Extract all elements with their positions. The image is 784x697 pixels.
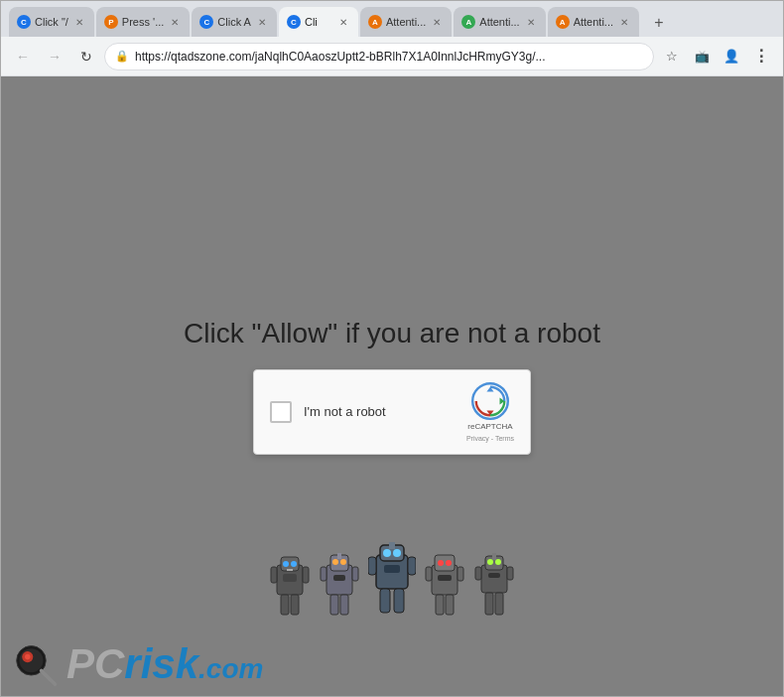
recaptcha-widget: I'm not a robot reCAPTCHA Privacy - Te xyxy=(253,369,531,454)
svg-rect-5 xyxy=(287,569,293,571)
robots-illustration xyxy=(243,537,541,617)
tab-1-close[interactable]: ✕ xyxy=(72,15,86,29)
svg-point-13 xyxy=(332,559,338,565)
tab-5-title: Attenti... xyxy=(386,16,426,28)
pcrisk-watermark: PCrisk.com xyxy=(13,640,263,688)
main-heading: Click "Allow" if you are not a robot xyxy=(184,318,600,349)
refresh-button[interactable]: ↻ xyxy=(72,43,100,70)
tab-5[interactable]: A Attenti... ✕ xyxy=(360,7,452,37)
navigation-bar: ← → ↻ 🔒 https://qtadszone.com/jaNqlhC0Aa… xyxy=(1,37,783,76)
tab-7[interactable]: A Attenti... ✕ xyxy=(548,7,639,37)
tab-2-title: Press '... xyxy=(122,16,164,28)
tab-6[interactable]: A Attenti... ✕ xyxy=(454,7,545,37)
svg-rect-19 xyxy=(340,595,348,615)
svg-point-53 xyxy=(25,654,31,660)
svg-rect-9 xyxy=(281,595,289,615)
svg-rect-48 xyxy=(495,593,503,615)
tab-6-close[interactable]: ✕ xyxy=(524,15,538,29)
svg-rect-26 xyxy=(368,557,376,575)
address-bar[interactable]: 🔒 https://qtadszone.com/jaNqlhC0AaoszUpt… xyxy=(104,43,654,70)
svg-rect-36 xyxy=(426,567,432,581)
svg-point-14 xyxy=(340,559,346,565)
tab-4-title: Cli xyxy=(305,16,332,28)
recaptcha-logo-icon xyxy=(471,382,509,420)
svg-rect-46 xyxy=(507,567,513,580)
tab-4-close[interactable]: ✕ xyxy=(336,15,350,29)
back-button[interactable]: ← xyxy=(9,43,37,70)
tab-7-title: Attenti... xyxy=(574,16,613,28)
svg-rect-30 xyxy=(389,542,395,549)
bookmark-button[interactable]: ☆ xyxy=(658,43,686,70)
svg-rect-15 xyxy=(333,575,345,581)
svg-rect-7 xyxy=(271,567,277,583)
menu-button[interactable]: ⋮ xyxy=(747,43,775,70)
svg-point-4 xyxy=(291,561,297,567)
svg-rect-44 xyxy=(488,573,500,578)
page-content: Click "Allow" if you are not a robot I'm… xyxy=(1,76,783,696)
tab-4[interactable]: C Cli ✕ xyxy=(279,7,358,37)
recaptcha-left: I'm not a robot xyxy=(270,401,386,423)
tab-3-title: Click A xyxy=(217,16,251,28)
svg-rect-16 xyxy=(321,567,327,581)
svg-rect-39 xyxy=(446,595,454,615)
recaptcha-right: reCAPTCHA Privacy - Terms xyxy=(466,382,514,441)
tab-3-close[interactable]: ✕ xyxy=(255,15,269,29)
recaptcha-checkbox[interactable] xyxy=(270,401,292,423)
svg-rect-6 xyxy=(283,574,297,582)
tab-2-close[interactable]: ✕ xyxy=(168,15,182,29)
svg-rect-27 xyxy=(408,557,416,575)
tab-2[interactable]: P Press '... ✕ xyxy=(96,7,190,37)
svg-rect-18 xyxy=(330,595,338,615)
svg-rect-28 xyxy=(380,589,390,613)
com-text: .com xyxy=(198,653,263,684)
svg-point-34 xyxy=(446,560,452,566)
robot-3 xyxy=(368,541,416,617)
svg-rect-17 xyxy=(352,567,358,581)
svg-rect-20 xyxy=(337,553,341,559)
robot-2 xyxy=(319,549,360,617)
nav-actions: ☆ 📺 👤 ⋮ xyxy=(658,43,775,70)
svg-rect-25 xyxy=(384,565,400,573)
svg-rect-47 xyxy=(485,593,493,615)
recaptcha-links: Privacy - Terms xyxy=(466,435,514,442)
tab-5-close[interactable]: ✕ xyxy=(430,15,444,29)
svg-point-23 xyxy=(383,549,391,557)
cast-button[interactable]: 📺 xyxy=(688,43,716,70)
tab-1-title: Click "/ xyxy=(35,16,68,28)
robot-1 xyxy=(269,549,311,617)
svg-rect-45 xyxy=(475,567,481,580)
robot-4 xyxy=(424,549,465,617)
svg-rect-8 xyxy=(303,567,309,583)
risk-text: risk xyxy=(124,640,198,687)
page-inner: Click "Allow" if you are not a robot I'm… xyxy=(1,76,783,696)
svg-rect-29 xyxy=(394,589,404,613)
tab-3[interactable]: C Click A ✕ xyxy=(192,7,277,37)
new-tab-button[interactable]: + xyxy=(645,9,673,37)
pcrisk-logo-icon xyxy=(13,640,61,688)
svg-rect-49 xyxy=(492,553,496,560)
svg-line-54 xyxy=(42,670,56,684)
svg-rect-10 xyxy=(291,595,299,615)
browser-window: C Click "/ ✕ P Press '... ✕ C Click A ✕ … xyxy=(0,0,784,697)
tab-7-close[interactable]: ✕ xyxy=(617,15,631,29)
tabs-bar: C Click "/ ✕ P Press '... ✕ C Click A ✕ … xyxy=(1,1,783,37)
svg-rect-38 xyxy=(436,595,444,615)
svg-point-33 xyxy=(438,560,444,566)
pc-text: PC xyxy=(66,640,124,687)
svg-point-24 xyxy=(393,549,401,557)
svg-rect-35 xyxy=(438,575,452,581)
profile-button[interactable]: 👤 xyxy=(718,43,745,70)
svg-rect-37 xyxy=(457,567,463,581)
forward-button[interactable]: → xyxy=(41,43,68,70)
url-text: https://qtadszone.com/jaNqlhC0AaoszUptt2… xyxy=(135,50,643,64)
tab-1[interactable]: C Click "/ ✕ xyxy=(9,7,94,37)
pcrisk-text-container: PCrisk.com xyxy=(66,640,263,688)
recaptcha-brand-text: reCAPTCHA xyxy=(467,422,512,432)
tab-6-title: Attenti... xyxy=(479,16,519,28)
robot-5 xyxy=(473,549,515,617)
lock-icon: 🔒 xyxy=(115,50,129,63)
recaptcha-label: I'm not a robot xyxy=(304,404,386,419)
svg-point-3 xyxy=(283,561,289,567)
